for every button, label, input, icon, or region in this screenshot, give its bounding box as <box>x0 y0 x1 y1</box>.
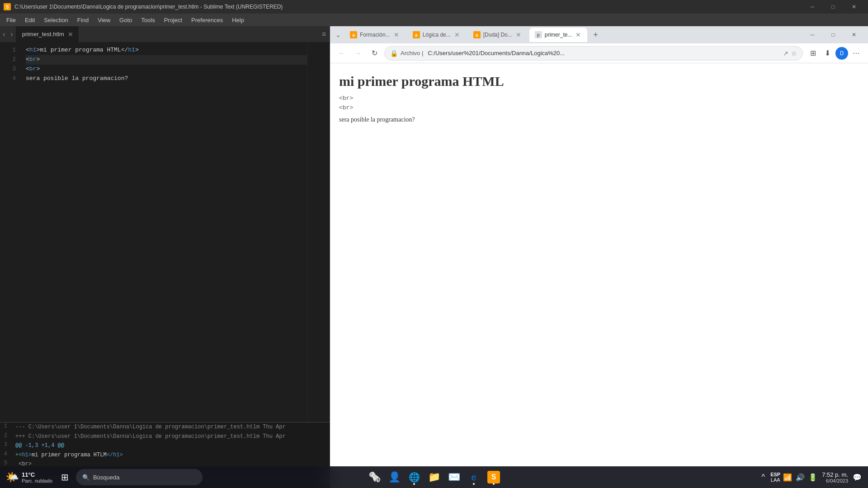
tab-label: primer_test.htlm <box>22 31 64 38</box>
code-line-4: sera posible la programacion? <box>26 74 307 84</box>
tab-4-favicon: p <box>535 31 542 38</box>
taskbar-file-explorer[interactable]: 📁 <box>425 468 443 486</box>
tab-1-favicon: a <box>350 31 357 38</box>
menu-project[interactable]: Project <box>160 14 187 26</box>
search-icon: 🔍 <box>82 474 90 481</box>
menu-view[interactable]: View <box>93 14 115 26</box>
browser-content: mi primer programa HTML <br> <br> sera p… <box>330 63 868 488</box>
diff-lnum-3: 3 <box>0 441 11 450</box>
taskbar-widgets[interactable]: 🗞️ <box>365 468 383 486</box>
menu-help[interactable]: Help <box>227 14 249 26</box>
chrome-tab-2[interactable]: a Lógica de... ✕ <box>407 28 466 42</box>
keyboard-layout: ESP LAA <box>770 472 780 483</box>
address-prefix: Archivo | <box>401 50 423 56</box>
new-tab-button[interactable]: + <box>589 28 602 41</box>
time-display: 7:52 p. m. <box>822 471 848 478</box>
chrome-tab-3[interactable]: a [Duda] Do... ✕ <box>468 28 528 42</box>
code-line-3: <br> <box>26 65 307 74</box>
tab-search-icon[interactable]: ⊞ <box>807 47 819 60</box>
tray-chevron[interactable]: ^ <box>758 472 769 483</box>
browser-panel: ⌄ a Formación... ✕ a Lógica de... ✕ a [D… <box>330 26 868 488</box>
content-line1: mi primer programa HTML <box>339 70 859 92</box>
tab-1-close[interactable]: ✕ <box>393 31 400 38</box>
diff-lnum-1: 1 <box>0 422 11 432</box>
tab-back[interactable]: ‹ <box>0 26 8 42</box>
back-button[interactable]: ← <box>335 47 348 60</box>
forward-button[interactable]: → <box>352 47 364 60</box>
tab-3-favicon: a <box>473 31 481 38</box>
profile-avatar[interactable]: D <box>835 47 848 60</box>
tab-4-close[interactable]: ✕ <box>575 31 582 38</box>
tab-close-button[interactable]: ✕ <box>68 31 73 38</box>
taskbar-edge[interactable]: e <box>465 468 483 486</box>
line-num-1: 1 <box>0 46 16 55</box>
volume-icon[interactable]: 🔊 <box>795 472 806 483</box>
menu-find[interactable]: Find <box>73 14 93 26</box>
extensions-icon[interactable]: ⋯ <box>850 47 863 60</box>
start-button[interactable]: ⊞ <box>56 468 74 486</box>
reload-button[interactable]: ↻ <box>368 47 381 60</box>
taskbar: 🌤️ 11°C Parc. nublado ⊞ 🔍 Búsqueda 🗞️ 👤 … <box>0 466 868 488</box>
nav-right-icons: ⊞ ⬇ D ⋯ <box>807 47 863 60</box>
taskbar-avatar[interactable]: 👤 <box>385 468 403 486</box>
chrome-tab-1[interactable]: a Formación... ✕ <box>344 28 406 42</box>
weather-temp: 11°C <box>22 471 52 478</box>
chrome-close[interactable]: ✕ <box>844 26 864 43</box>
chrome-minimize[interactable]: ─ <box>802 26 823 43</box>
weather-widget: 🌤️ 11°C Parc. nublado <box>5 471 52 483</box>
taskbar-mail[interactable]: ✉️ <box>445 468 463 486</box>
wifi-icon[interactable]: 📶 <box>782 472 793 483</box>
close-button[interactable]: ✕ <box>844 0 864 14</box>
address-text: C:/Users/user%201/Documents/Danna/Logica… <box>428 50 780 56</box>
taskbar-chrome[interactable]: 🌐 <box>405 468 423 486</box>
editor-tab-bar: ‹ › primer_test.htlm ✕ ≡ <box>0 26 330 42</box>
search-box[interactable]: 🔍 Búsqueda <box>76 469 203 485</box>
bookmark-icon[interactable]: ☆ <box>791 50 797 57</box>
line-num-4: 4 <box>0 74 16 84</box>
share-icon[interactable]: ↗ <box>783 50 788 57</box>
menu-preferences[interactable]: Preferences <box>187 14 227 26</box>
tab-3-title: [Duda] Do... <box>483 32 512 38</box>
window-title: C:\Users\user 1\Documents\Danna\Logica d… <box>14 4 283 10</box>
minimize-button[interactable]: ─ <box>802 0 823 14</box>
window-controls: ─ □ ✕ <box>802 0 864 14</box>
profile-icon[interactable]: D <box>835 47 848 60</box>
download-icon[interactable]: ⬇ <box>821 47 834 60</box>
menu-goto[interactable]: Goto <box>115 14 137 26</box>
code-editor-area[interactable]: 1 2 3 4 <h1>mi primer programa HTML</h1>… <box>0 42 330 422</box>
diff-line-3: @@ -1,3 +1,4 @@ <box>11 441 69 450</box>
menu-edit[interactable]: Edit <box>20 14 39 26</box>
tab-list-button[interactable]: ⌄ <box>334 31 343 38</box>
menu-selection[interactable]: Selection <box>39 14 72 26</box>
menu-file[interactable]: File <box>2 14 20 26</box>
tab-forward[interactable]: › <box>8 26 15 42</box>
content-heading: mi primer programa HTML <box>339 70 859 92</box>
content-text: sera posible la programacion? <box>339 115 859 125</box>
chrome-tab-4[interactable]: p primer_te... ✕ <box>529 28 588 42</box>
code-line-1: <h1>mi primer programa HTML</h1> <box>26 46 307 55</box>
chrome-nav-bar: ← → ↻ 🔒 Archivo | C:/Users/user%201/Docu… <box>330 43 868 63</box>
minimap-toggle[interactable]: ≡ <box>318 26 330 42</box>
region-label: LAA <box>770 477 780 483</box>
taskbar-sublime[interactable]: S <box>485 468 503 486</box>
tab-4-title: primer_te... <box>545 32 572 38</box>
address-bar[interactable]: 🔒 Archivo | C:/Users/user%201/Documents/… <box>384 46 803 61</box>
code-content[interactable]: <h1>mi primer programa HTML</h1> <br> <b… <box>20 42 307 422</box>
battery-icon[interactable]: 🔋 <box>807 472 818 483</box>
content-br1: <br> <box>339 94 859 103</box>
sublime-icon: S <box>4 3 11 10</box>
line-num-2: 2 <box>0 55 16 65</box>
search-placeholder: Búsqueda <box>93 474 120 481</box>
tab-3-close[interactable]: ✕ <box>515 31 522 38</box>
diff-lnum-2: 2 <box>0 432 11 441</box>
chrome-maximize[interactable]: □ <box>823 26 844 43</box>
tab-2-close[interactable]: ✕ <box>453 31 461 38</box>
menu-tools[interactable]: Tools <box>137 14 159 26</box>
taskbar-right: ^ ESP LAA 📶 🔊 🔋 7:52 p. m. 6/04/2023 💬 <box>758 471 863 483</box>
editor-tab-primer-test[interactable]: primer_test.htlm ✕ <box>16 26 79 42</box>
notification-icon[interactable]: 💬 <box>852 472 863 483</box>
maximize-button[interactable]: □ <box>823 0 844 14</box>
diff-line-4: +<h1>mi primer programa HTLM</h1> <box>11 450 127 460</box>
content-br2: <br> <box>339 103 859 113</box>
tray-time[interactable]: 7:52 p. m. 6/04/2023 <box>822 471 848 483</box>
